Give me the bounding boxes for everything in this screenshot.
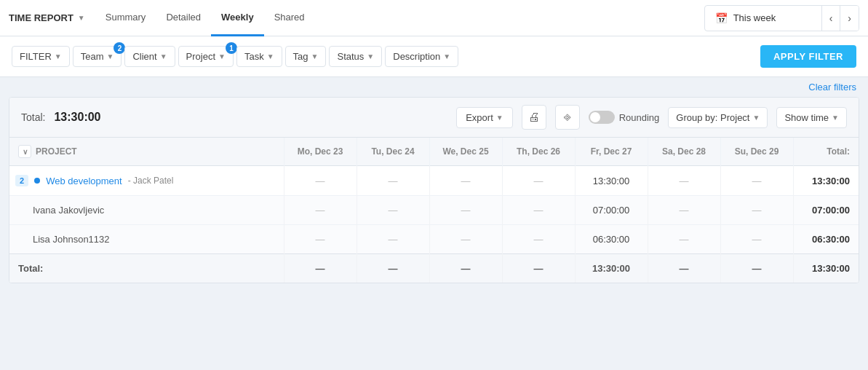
col-header-fr: Fr, Dec 27	[575, 138, 648, 166]
group-by-chevron-icon: ▼	[752, 114, 760, 122]
project-chevron-icon: ▼	[218, 52, 226, 60]
toolbar-right: Export ▼ 🖨 ⎆ Rounding Group by: Projec	[456, 105, 847, 130]
client-filter-button[interactable]: Client ▼	[124, 46, 175, 67]
project-count-badge: 2	[15, 175, 28, 186]
subrow-0-name: Ivana Jakovljevic	[9, 196, 284, 225]
status-chevron-icon: ▼	[367, 52, 374, 60]
col-header-total: Total:	[793, 138, 859, 166]
tab-detailed[interactable]: Detailed	[156, 0, 211, 36]
total-row-mo: —	[284, 254, 357, 283]
total-row-label: Total:	[9, 254, 284, 283]
table-row-total: Total: — — — — 13:30:00 — — 13:30:00	[9, 254, 859, 283]
clear-filters-bar: Clear filters	[0, 77, 868, 97]
project-name-link[interactable]: Web development	[46, 176, 122, 186]
export-chevron-icon: ▼	[496, 114, 503, 122]
team-filter-button[interactable]: Team ▼ 2	[73, 46, 122, 67]
project-su: —	[720, 166, 793, 196]
project-filter-label: Project	[186, 51, 215, 62]
subrow-1-total: 06:30:00	[793, 225, 859, 254]
task-chevron-icon: ▼	[267, 52, 274, 60]
project-sa: —	[648, 166, 720, 196]
prev-week-button[interactable]: ‹	[821, 6, 840, 31]
team-chevron-icon: ▼	[107, 52, 114, 60]
tab-shared-label: Shared	[274, 12, 305, 23]
tag-filter-button[interactable]: Tag ▼	[285, 46, 327, 67]
subrow-1-fr: 06:30:00	[575, 225, 648, 254]
nav-right: 📅 This week ‹ ›	[704, 5, 859, 31]
subrow-0-fr: 07:00:00	[575, 196, 648, 225]
project-we: —	[429, 166, 502, 196]
tab-summary[interactable]: Summary	[95, 0, 156, 36]
show-time-button[interactable]: Show time ▼	[776, 107, 847, 128]
total-row-su: —	[720, 254, 793, 283]
subrow-1-we: —	[429, 225, 502, 254]
total-row-we: —	[429, 254, 502, 283]
toggle-knob	[590, 112, 600, 122]
table-row-subrow-0: Ivana Jakovljevic — — — — 07:00:00 — — 0…	[9, 196, 859, 225]
apply-filter-label: APPLY FILTER	[773, 51, 843, 62]
task-filter-button[interactable]: Task ▼	[236, 46, 282, 67]
total-row-total: 13:30:00	[793, 254, 859, 283]
subrow-0-total: 07:00:00	[793, 196, 859, 225]
collapse-icon[interactable]: ∨	[18, 145, 31, 158]
brand-button[interactable]: TIME REPORT ▼	[9, 12, 92, 23]
export-button[interactable]: Export ▼	[456, 107, 512, 128]
project-filter-button[interactable]: Project ▼ 1	[178, 46, 234, 67]
col-header-th: Th, Dec 26	[502, 138, 575, 166]
share-button[interactable]: ⎆	[555, 105, 580, 130]
print-button[interactable]: 🖨	[522, 105, 546, 130]
clear-filters-link[interactable]: Clear filters	[808, 82, 856, 92]
tab-detailed-label: Detailed	[166, 12, 201, 23]
project-mo: —	[284, 166, 357, 196]
rounding-label: Rounding	[619, 112, 660, 123]
subrow-1-th: —	[502, 225, 575, 254]
col-header-sa: Sa, Dec 28	[648, 138, 720, 166]
project-badge: 1	[226, 42, 237, 54]
apply-filter-button[interactable]: APPLY FILTER	[760, 45, 856, 68]
subrow-0-mo: —	[284, 196, 357, 225]
tab-weekly-label: Weekly	[221, 12, 254, 23]
main-content: Total: 13:30:00 Export ▼ 🖨 ⎆ Round	[0, 97, 868, 295]
subrow-0-we: —	[429, 196, 502, 225]
task-filter-label: Task	[244, 51, 264, 62]
status-filter-button[interactable]: Status ▼	[329, 46, 382, 67]
share-icon: ⎆	[564, 111, 571, 124]
col-project-label: PROJECT	[36, 146, 77, 157]
col-header-project: ∨ PROJECT	[9, 138, 284, 166]
tag-chevron-icon: ▼	[311, 52, 319, 60]
filter-button[interactable]: FILTER ▼	[12, 46, 70, 67]
subrow-0-su: —	[720, 196, 793, 225]
description-chevron-icon: ▼	[443, 52, 450, 60]
subrow-1-tu: —	[357, 225, 429, 254]
group-by-button[interactable]: Group by: Project ▼	[668, 107, 768, 128]
total-row-sa: —	[648, 254, 720, 283]
next-week-button[interactable]: ›	[840, 6, 859, 31]
tab-weekly[interactable]: Weekly	[211, 0, 264, 36]
project-dot-icon	[34, 178, 40, 184]
export-label: Export	[466, 112, 493, 123]
col-header-mo: Mo, Dec 23	[284, 138, 357, 166]
total-row-th: —	[502, 254, 575, 283]
top-nav: TIME REPORT ▼ Summary Detailed Weekly Sh…	[0, 0, 868, 36]
filter-chevron-icon: ▼	[55, 52, 62, 60]
report-table: ∨ PROJECT Mo, Dec 23 Tu, Dec 24 We, Dec …	[9, 138, 859, 283]
rounding-toggle[interactable]	[589, 111, 615, 124]
week-selector: 📅 This week ‹ ›	[704, 5, 859, 31]
table-row-subrow-1: Lisa Johnson1132 — — — — 06:30:00 — — 06…	[9, 225, 859, 254]
table-container: Total: 13:30:00 Export ▼ 🖨 ⎆ Round	[9, 97, 859, 283]
calendar-icon: 📅	[715, 12, 728, 24]
team-filter-label: Team	[81, 51, 104, 62]
project-total: 13:30:00	[793, 166, 859, 196]
client-filter-label: Client	[132, 51, 156, 62]
rounding-toggle-wrapper: Rounding	[589, 111, 660, 124]
week-text: This week	[733, 12, 776, 23]
project-person: - Jack Patel	[128, 176, 174, 186]
status-filter-label: Status	[337, 51, 364, 62]
tab-shared[interactable]: Shared	[264, 0, 315, 36]
project-th: —	[502, 166, 575, 196]
subrow-0-sa: —	[648, 196, 720, 225]
show-time-label: Show time	[784, 112, 829, 123]
description-filter-button[interactable]: Description ▼	[385, 46, 458, 67]
total-prefix: Total:	[21, 111, 45, 123]
team-badge: 2	[114, 42, 125, 54]
